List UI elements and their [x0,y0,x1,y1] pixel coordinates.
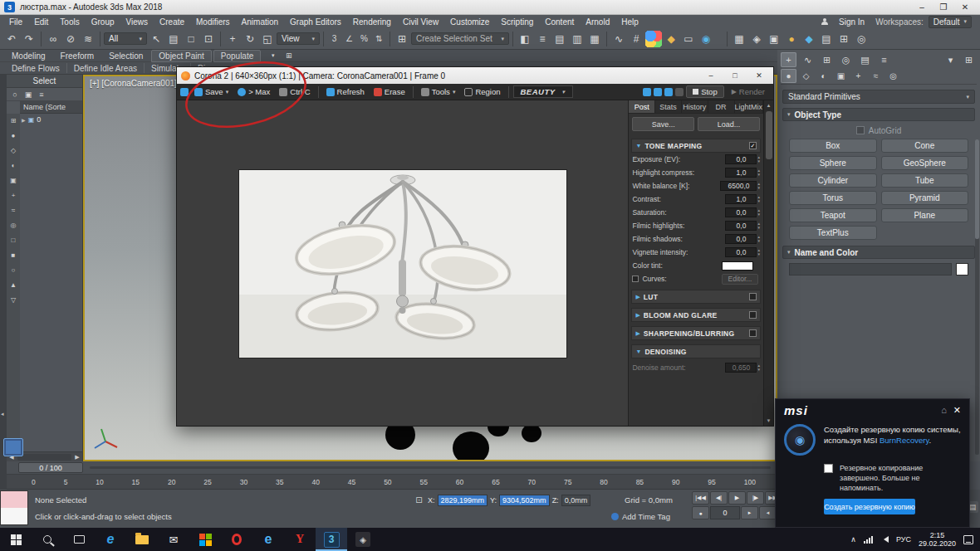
percent-snap-icon[interactable]: % [357,31,371,47]
y-coordinate-field[interactable]: 9304,502mm [499,495,550,506]
corona-image-area[interactable] [177,100,628,426]
restore-button[interactable]: ❐ [933,0,954,14]
textplus-button[interactable]: TextPlus [789,226,877,240]
display-tab-icon[interactable]: ▤ [857,52,873,67]
command-panel-scrollbar[interactable] [975,139,979,455]
unlink-selection-icon[interactable]: ⊘ [62,31,79,47]
time-slider[interactable]: 0 / 100 [18,462,83,473]
geosphere-button[interactable]: GeoSphere [881,156,969,170]
menu-rendering[interactable]: Rendering [347,15,397,28]
tube-button[interactable]: Tube [881,173,969,188]
layer-manager-icon[interactable]: ▤ [551,31,568,47]
panel-config-icon[interactable]: ⊞ [961,52,977,67]
display-materials-icon[interactable]: ▽ [8,295,19,305]
lut-section[interactable]: ▶ LUT [631,290,761,304]
select-and-rotate-icon[interactable]: ↻ [242,31,258,47]
expand-arrow-icon[interactable]: ▶ [22,117,26,123]
stop-render-button[interactable]: Stop [686,85,724,98]
toolbar-extra-icon-2[interactable]: ◈ [748,31,765,47]
toolbar-extra-icon-8[interactable]: ◎ [853,31,870,47]
scene-lock-icon[interactable]: ▣ [22,89,34,100]
post-load-button[interactable]: Load... [698,117,760,131]
previous-frame-button[interactable]: ◀| [710,491,728,505]
vfb-dock-icon[interactable] [180,88,189,96]
mirror-icon[interactable]: ◧ [517,31,533,47]
spinner-icon[interactable]: ▴▾ [757,208,760,217]
pyramid-button[interactable]: Pyramid [881,191,969,205]
select-object-icon[interactable]: ↖ [148,31,164,47]
teapot-button[interactable]: Teapot [789,208,877,222]
x-coordinate-field[interactable]: 2829,199mm [438,495,488,506]
dont-remind-checkbox[interactable] [824,464,833,473]
color-tint-swatch[interactable] [722,261,753,271]
object-color-swatch[interactable] [956,263,968,276]
sharpening-checkbox[interactable] [749,329,757,337]
toolbar-extra-icon-6[interactable]: ▤ [818,31,835,47]
ribbon-toggle-icon[interactable]: ▦ [586,31,603,47]
listener-pane[interactable] [1,508,27,524]
menu-graph-editors[interactable]: Graph Editors [284,15,347,28]
opera-app-button[interactable] [221,528,252,551]
tone-mapping-section[interactable]: ▼ TONE MAPPING ✓ [631,139,761,153]
3dsmax-taskbar-button[interactable]: 3 [316,528,347,551]
msi-burnrecovery-link[interactable]: BurnRecovery [880,436,929,445]
msi-close-icon[interactable]: ✕ [953,405,961,416]
dock-collapse-icon[interactable]: ◂ [1,411,4,417]
highlight-compress-field[interactable]: 1,0 [725,168,757,178]
named-selection-set-dropdown[interactable]: Create Selection Set▾ [411,32,509,45]
scroll-right-icon[interactable]: ▶ [72,452,82,462]
workspaces-dropdown[interactable]: Default▾ [929,16,972,28]
frame-spinner-up[interactable]: ▸ [741,506,758,519]
primitive-category-dropdown[interactable]: Standard Primitives ▾ [782,90,975,104]
corona-close-button[interactable]: ✕ [749,68,769,83]
panel-pin-icon[interactable]: ▾ [943,52,958,67]
create-tab-icon[interactable]: + [781,52,796,67]
filmic-shadows-field[interactable]: 0,0 [725,234,757,244]
ribbon-tab-modeling[interactable]: Modeling [5,50,52,62]
menu-scripting[interactable]: Scripting [495,15,539,28]
ribbon-tab-object-paint[interactable]: Object Paint [151,50,211,62]
spinner-icon[interactable]: ▴▾ [757,195,760,203]
menu-arnold[interactable]: Arnold [580,15,615,28]
rectangular-selection-region-icon[interactable]: □ [183,31,199,47]
shapes-category-icon[interactable]: ◇ [798,69,814,83]
object-name-field[interactable] [789,263,952,276]
curves-editor-button[interactable]: Editor... [722,274,758,285]
render-production-icon[interactable]: ◉ [698,31,714,47]
menu-civil-view[interactable]: Civil View [397,15,444,28]
hierarchy-tab-icon[interactable]: ⊞ [819,52,835,67]
angle-snap-icon[interactable]: ∠ [342,31,356,47]
menu-create[interactable]: Create [154,15,190,28]
geometry-category-icon[interactable]: ● [781,69,796,83]
ribbon-tab-selection[interactable]: Selection [102,50,149,62]
corona-tools-button[interactable]: Tools▾ [418,85,459,99]
display-all-icon[interactable]: ⊞ [8,115,19,126]
menu-group[interactable]: Group [86,15,120,28]
corona-refresh-button[interactable]: Refresh [323,85,368,99]
corona-titlebar[interactable]: Corona 2 | 640×360px (1:1) | Camera: Cor… [177,67,773,84]
track-bar[interactable]: 0 5 10 15 20 25 30 35 40 45 50 55 60 65 … [7,475,777,490]
lut-checkbox[interactable] [749,293,757,300]
reference-coordinate-dropdown[interactable]: View▾ [277,32,320,45]
macro-recorder-pane[interactable] [1,491,27,508]
file-explorer-button[interactable] [126,528,158,551]
app-button[interactable]: ◈ [347,528,379,551]
ribbon-tab-populate[interactable]: Populate [213,50,261,62]
cylinder-button[interactable]: Cylinder [789,173,877,188]
corona-copy-button[interactable]: Ctrl C [276,85,313,99]
display-geometry-icon[interactable]: ● [8,130,19,141]
scroll-up-icon[interactable]: ▲ [764,100,774,110]
create-backup-button[interactable]: Создать резервную копию [824,499,915,514]
corona-render-image[interactable] [239,170,566,358]
transform-lock-icon[interactable]: ⊡ [413,494,425,506]
play-animation-button[interactable]: ▶ [728,491,746,505]
corona-save-button[interactable]: Save▾ [191,85,232,99]
bloom-glare-section[interactable]: ▶ BLOOM AND GLARE [631,308,761,322]
fullscreen-icon[interactable] [675,88,684,96]
scene-explorer-icon[interactable]: ▥ [569,31,586,47]
corona-erase-button[interactable]: Erase [370,85,409,99]
tray-expand-icon[interactable]: ∧ [850,535,856,544]
add-time-tag[interactable]: Add Time Tag [611,512,670,521]
cameras-category-icon[interactable]: ▣ [833,69,849,83]
scrollbar-thumb[interactable] [766,111,772,159]
